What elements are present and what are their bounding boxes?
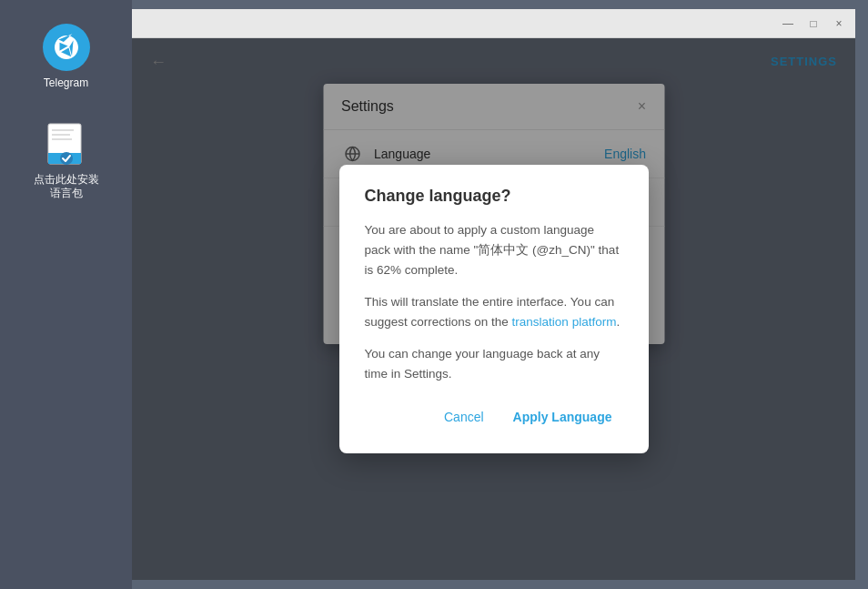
desktop: Telegram 点击此处安装 语言包 xyxy=(0,0,868,589)
apply-language-button[interactable]: Apply Language xyxy=(502,402,623,432)
app-window: — □ × ← SETTINGS Settings × xyxy=(132,9,855,580)
dialog-actions: Cancel Apply Language xyxy=(365,402,623,432)
telegram-app-icon xyxy=(43,24,90,71)
dialog-paragraph-3: You can change your language back at any… xyxy=(365,344,623,383)
modal-overlay: Change language? You are about to apply … xyxy=(132,38,855,580)
change-language-dialog: Change language? You are about to apply … xyxy=(339,165,649,452)
svg-rect-2 xyxy=(52,129,74,131)
title-bar: — □ × xyxy=(132,9,855,38)
dialog-title: Change language? xyxy=(365,187,623,206)
app-content: ← SETTINGS Settings × Lang xyxy=(132,38,855,580)
sidebar: Telegram 点击此处安装 语言包 xyxy=(0,0,132,589)
minimize-button[interactable]: — xyxy=(779,15,797,33)
langpack-document-svg xyxy=(43,120,90,168)
langpack-app-icon xyxy=(43,120,90,168)
dialog-p2-suffix: . xyxy=(616,315,620,329)
svg-rect-4 xyxy=(52,138,72,140)
dialog-paragraph-2: This will translate the entire interface… xyxy=(365,292,623,331)
langpack-icon-item[interactable]: 点击此处安装 语言包 xyxy=(26,115,106,207)
translation-platform-link[interactable]: translation platform xyxy=(512,315,617,329)
telegram-logo-svg xyxy=(53,34,80,61)
telegram-app-label: Telegram xyxy=(44,76,88,91)
telegram-icon-item[interactable]: Telegram xyxy=(35,18,97,96)
langpack-app-label: 点击此处安装 语言包 xyxy=(34,173,99,201)
dialog-paragraph-1: You are about to apply a custom language… xyxy=(365,220,623,279)
svg-rect-3 xyxy=(52,134,70,136)
cancel-button[interactable]: Cancel xyxy=(433,402,495,432)
close-window-button[interactable]: × xyxy=(830,15,848,33)
maximize-button[interactable]: □ xyxy=(804,15,823,33)
